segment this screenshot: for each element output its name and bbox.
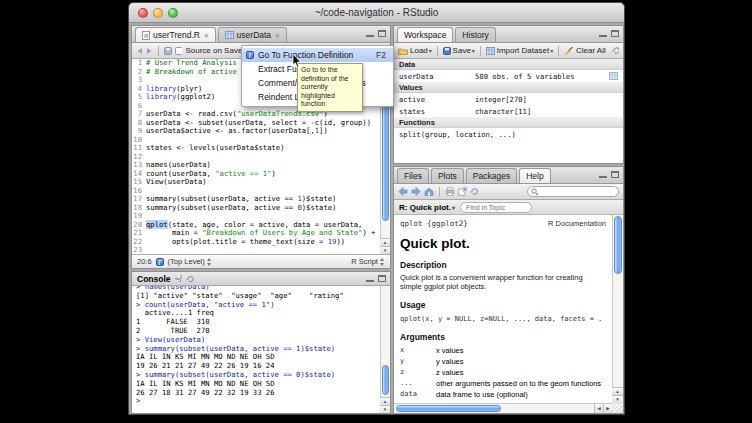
scrollbar-thumb[interactable] — [396, 405, 501, 412]
workspace-row-split[interactable]: split(group, location, ...) — [394, 128, 623, 140]
close-icon[interactable] — [274, 30, 280, 40]
rstudio-window: ~/code-navigation - RStudio R userTrend.… — [128, 2, 625, 415]
print-icon[interactable] — [445, 187, 455, 196]
resize-grip[interactable] — [612, 403, 623, 413]
code-line: 9userData$active <- as.factor(userData[,… — [132, 127, 390, 136]
console-header: Console ~/ — [132, 272, 390, 286]
scroll-down-icon[interactable]: ▼ — [612, 395, 623, 403]
code-line: 18summary(subset(userData, active == 0)$… — [132, 204, 390, 213]
help-toolbar — [394, 184, 623, 200]
arguments-heading: Arguments — [400, 332, 606, 342]
tab-workspace[interactable]: Workspace — [397, 27, 453, 42]
help-search-input[interactable] — [527, 186, 619, 197]
data-grid-icon — [225, 31, 234, 39]
tab-userdata[interactable]: userData — [218, 27, 287, 42]
help-topic-bar: R: Quick plot. — [394, 200, 623, 215]
maximize-pane-icon[interactable] — [378, 275, 386, 282]
broom-icon — [564, 46, 574, 55]
back-icon[interactable] — [136, 47, 143, 55]
console-pane: Console ~/ > names(userData) [1] "active… — [131, 271, 391, 414]
close-icon[interactable] — [203, 30, 209, 40]
argument-row: yy values — [400, 357, 606, 366]
function-scope-icon: f — [156, 258, 164, 266]
title-bar[interactable]: ~/code-navigation - RStudio — [129, 3, 624, 23]
clear-all-button[interactable]: Clear All — [564, 46, 606, 55]
forward-icon[interactable] — [146, 47, 153, 55]
editor-tab-bar: R userTrend.R userData — [132, 26, 390, 43]
code-line: 15View(userData) — [132, 178, 390, 187]
console-output[interactable]: > names(userData) [1] "active" "state" "… — [132, 286, 380, 413]
maximize-pane-icon[interactable] — [611, 171, 619, 178]
function-icon: f — [246, 51, 254, 59]
scope-selector[interactable]: (Top Level) — [168, 257, 212, 266]
workspace-object-list: Data userData 580 obs. of 5 variables Va… — [394, 59, 623, 140]
search-icon — [531, 188, 539, 196]
help-title: Quick plot. — [400, 236, 606, 251]
tab-history[interactable]: History — [455, 27, 495, 42]
forward-icon[interactable] — [411, 187, 421, 196]
refresh-icon[interactable] — [470, 187, 479, 196]
menu-shortcut: F2 — [376, 50, 386, 60]
maximize-pane-icon[interactable] — [611, 30, 619, 37]
import-dataset-button[interactable]: Import Dataset — [486, 46, 553, 55]
scrollbar-thumb[interactable] — [614, 216, 622, 274]
open-folder-icon — [398, 47, 408, 55]
workspace-toolbar: Load Save Import Dataset Clear All — [394, 43, 623, 59]
back-icon[interactable] — [398, 187, 408, 196]
svg-text:R: R — [144, 33, 149, 39]
tab-plots[interactable]: Plots — [431, 168, 464, 183]
save-icon[interactable] — [164, 47, 172, 55]
tab-label: userTrend.R — [153, 30, 200, 40]
argument-row: ...other arguments passed on to the geom… — [400, 379, 606, 388]
usage-heading: Usage — [400, 300, 606, 310]
scroll-left-icon[interactable]: ◀ — [594, 404, 603, 414]
view-data-grid-icon[interactable] — [609, 72, 618, 80]
mouse-cursor — [292, 54, 302, 68]
find-in-topic-input[interactable] — [460, 202, 532, 213]
scroll-up-icon[interactable]: ▲ — [380, 238, 390, 246]
help-horizontal-scrollbar[interactable]: ◀ ▶ — [394, 403, 612, 413]
window-title: ~/code-navigation - RStudio — [129, 7, 624, 18]
scroll-right-icon[interactable]: ▶ — [603, 404, 612, 414]
console-refresh-icon[interactable] — [186, 275, 195, 283]
refresh-icon[interactable] — [612, 46, 619, 55]
tab-files[interactable]: Files — [397, 168, 429, 183]
minimize-pane-icon[interactable] — [366, 30, 374, 37]
help-vertical-scrollbar[interactable]: ▲ ▼ — [612, 215, 623, 403]
maximize-pane-icon[interactable] — [378, 30, 386, 37]
stepper-icon — [380, 258, 385, 266]
scroll-up-icon[interactable]: ▲ — [612, 387, 623, 395]
tab-packages[interactable]: Packages — [466, 168, 517, 183]
minimize-pane-icon[interactable] — [366, 275, 374, 282]
tab-help[interactable]: Help — [519, 168, 550, 183]
load-workspace-button[interactable]: Load — [398, 46, 432, 55]
r-script-icon: R — [142, 31, 150, 40]
source-on-save-checkbox[interactable] — [175, 47, 183, 55]
tab-label: userData — [237, 30, 272, 40]
help-topic-id: qplot {ggplot2} — [400, 219, 468, 228]
help-topic-selector[interactable]: R: Quick plot. — [399, 203, 455, 212]
menu-item-tooltip: Go to to the definition of the currently… — [297, 63, 363, 112]
minimize-pane-icon[interactable] — [599, 171, 607, 178]
workspace-row-userdata[interactable]: userData 580 obs. of 5 variables — [394, 70, 623, 82]
home-icon[interactable] — [424, 187, 434, 196]
file-type-selector[interactable]: R Script — [351, 257, 385, 266]
tab-usertrend-r[interactable]: R userTrend.R — [135, 27, 216, 42]
console-vertical-scrollbar[interactable]: ▲ ▼ — [380, 286, 390, 413]
help-document: qplot {ggplot2} R Documentation Quick pl… — [394, 215, 612, 403]
floppy-save-icon — [443, 47, 451, 55]
scrollbar-thumb[interactable] — [382, 365, 389, 395]
console-working-directory: ~/ — [175, 274, 182, 284]
code-line: 11states <- levels(userData$state) — [132, 144, 390, 153]
scroll-down-icon[interactable]: ▼ — [380, 246, 390, 254]
scroll-down-icon[interactable]: ▼ — [380, 405, 390, 413]
menu-item-go-to-function-definition[interactable]: f Go To Function Definition F2 — [242, 48, 393, 62]
scroll-up-icon[interactable]: ▲ — [380, 397, 390, 405]
section-header: Data — [394, 59, 623, 70]
save-workspace-button[interactable]: Save — [443, 46, 475, 55]
source-on-save-label: Source on Save — [185, 46, 242, 55]
open-in-new-window-icon[interactable] — [458, 187, 467, 196]
workspace-row-active[interactable]: active integer[270] — [394, 93, 623, 105]
minimize-pane-icon[interactable] — [599, 30, 607, 37]
workspace-row-states[interactable]: states character[11] — [394, 105, 623, 117]
